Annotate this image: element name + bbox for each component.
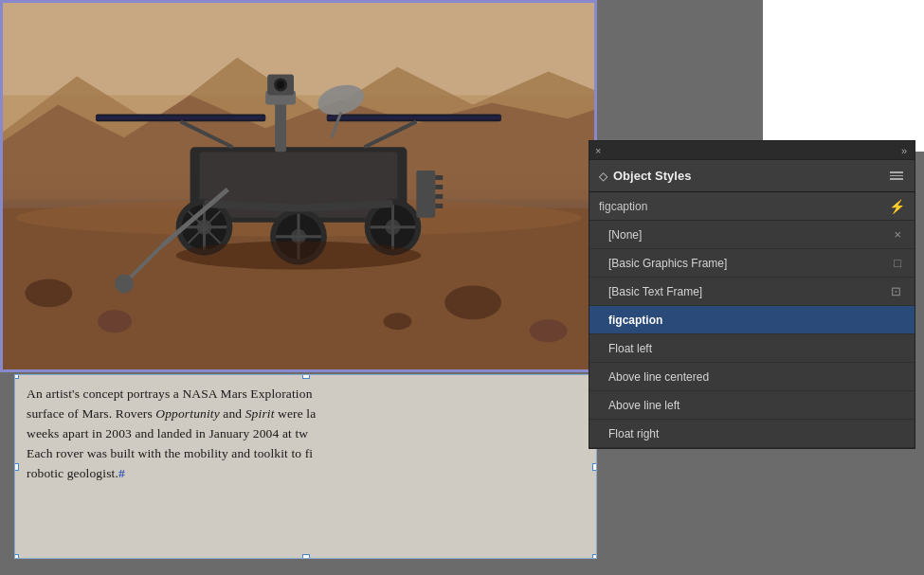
- panel-list-item-text: [None]: [608, 228, 642, 242]
- object-styles-panel: × » ◇ Object Styles figcaption ⚡ [None]×…: [589, 140, 915, 449]
- svg-rect-51: [435, 194, 443, 199]
- panel-menu-button[interactable]: [888, 170, 905, 182]
- panel-list-item[interactable]: [None]×: [589, 221, 915, 249]
- panel-list-item[interactable]: [Basic Text Frame]⊡: [589, 278, 915, 306]
- panel-list-item-text: [Basic Graphics Frame]: [608, 257, 727, 270]
- svg-rect-49: [435, 175, 443, 180]
- panel-list-item[interactable]: [Basic Graphics Frame]□: [589, 249, 915, 278]
- svg-line-43: [205, 204, 299, 208]
- svg-point-23: [277, 81, 284, 89]
- svg-point-6: [25, 279, 72, 307]
- handle-bc[interactable]: [302, 554, 310, 559]
- panel-collapse-button[interactable]: »: [901, 145, 909, 156]
- handle-br[interactable]: [592, 554, 597, 559]
- panel-list-item[interactable]: Float right: [589, 420, 915, 448]
- handle-mr[interactable]: [592, 463, 597, 471]
- panel-list-item-icon: □: [894, 256, 901, 270]
- panel-list-item[interactable]: Above line left: [589, 391, 915, 420]
- panel-current-style-row: figcaption ⚡: [589, 192, 915, 221]
- svg-rect-48: [416, 171, 435, 218]
- panel-close-button[interactable]: ×: [595, 145, 601, 156]
- handle-tc[interactable]: [302, 374, 310, 379]
- svg-rect-52: [435, 204, 443, 208]
- panel-list-item-icon: ×: [894, 227, 901, 242]
- panel-lightning-icon[interactable]: ⚡: [889, 199, 905, 214]
- panel-current-style-label: figcaption: [599, 200, 647, 213]
- text-frame-content: An artist's concept portrays a NASA Mars…: [27, 385, 585, 484]
- svg-point-10: [384, 313, 412, 330]
- svg-rect-16: [327, 116, 501, 119]
- svg-point-53: [176, 242, 422, 270]
- svg-rect-15: [96, 116, 265, 119]
- panel-list-item-icon: ⊡: [891, 284, 901, 298]
- panel-close-bar: × »: [589, 141, 915, 160]
- handle-bl[interactable]: [14, 554, 19, 559]
- rover-svg: [1, 1, 596, 371]
- rover-image-background: [1, 1, 596, 371]
- svg-line-44: [299, 204, 392, 208]
- panel-list-item[interactable]: Above line centered: [589, 363, 915, 391]
- svg-rect-50: [435, 185, 443, 189]
- panel-list-item-text: Float left: [608, 342, 652, 355]
- svg-point-9: [530, 319, 568, 342]
- panel-list-item-text: Float right: [608, 427, 659, 440]
- page-white: [763, 0, 924, 152]
- handle-tl[interactable]: [14, 374, 19, 379]
- panel-style-list: [None]×[Basic Graphics Frame]□[Basic Tex…: [589, 221, 915, 448]
- panel-list-item-text: [Basic Text Frame]: [608, 285, 702, 298]
- panel-title: Object Styles: [613, 169, 691, 183]
- panel-list-item[interactable]: figcaption: [589, 306, 915, 334]
- svg-point-7: [98, 310, 132, 332]
- panel-list-item-text: Above line centered: [608, 370, 709, 384]
- svg-point-8: [444, 285, 501, 319]
- panel-list-item[interactable]: Float left: [589, 334, 915, 363]
- panel-list-item-text: Above line left: [608, 399, 679, 412]
- canvas-area: An artist's concept portrays a NASA Mars…: [0, 0, 924, 575]
- panel-title-area: ◇ Object Styles: [599, 169, 691, 183]
- svg-point-47: [115, 275, 134, 294]
- text-frame[interactable]: An artist's concept portrays a NASA Mars…: [14, 374, 597, 559]
- panel-list-item-text: figcaption: [608, 314, 662, 327]
- panel-diamond-icon: ◇: [599, 170, 607, 183]
- handle-ml[interactable]: [14, 463, 19, 471]
- rover-image-frame[interactable]: [0, 0, 597, 372]
- panel-header: ◇ Object Styles: [589, 160, 915, 192]
